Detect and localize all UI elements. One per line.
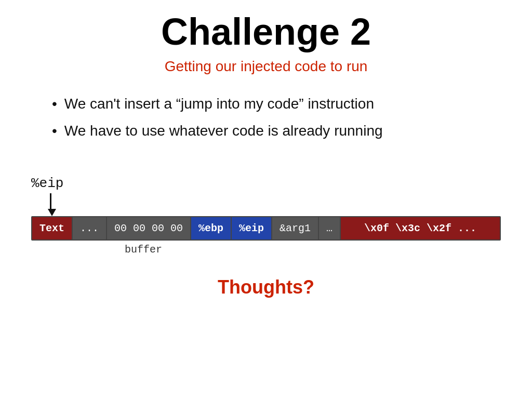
- arrow-line: [50, 193, 51, 209]
- mem-cell-text: Text: [32, 217, 73, 240]
- bullet-item-1: • We can't insert a “jump into my code” …: [52, 96, 501, 112]
- mem-cell-ebp: %ebp: [191, 217, 232, 240]
- slide-title: Challenge 2: [31, 10, 501, 53]
- bullet-item-2: • We have to use whatever code is alread…: [52, 123, 501, 139]
- mem-cell-dots: ...: [73, 217, 107, 240]
- mem-cell-zeros: 00 00 00 00: [107, 217, 191, 240]
- bullet-text-1: We can't insert a “jump into my code” in…: [64, 96, 374, 112]
- bullet-dot-1: •: [52, 96, 57, 112]
- arrow-head: [48, 209, 56, 216]
- memory-section: %eip Text ... 00 00 00 00 %ebp %eip &arg…: [31, 176, 501, 256]
- slide-subtitle: Getting our injected code to run: [31, 58, 501, 75]
- mem-cell-eip: %eip: [232, 217, 272, 240]
- eip-register-label: %eip: [31, 176, 501, 191]
- memory-row: Text ... 00 00 00 00 %ebp %eip &arg1 … \…: [31, 216, 501, 241]
- mem-cell-shellcode: \x0f \x3c \x2f ...: [341, 217, 500, 240]
- bullet-text-2: We have to use whatever code is already …: [64, 123, 383, 139]
- mem-cell-arg1: &arg1: [272, 217, 319, 240]
- mem-cell-ellipsis: …: [319, 217, 341, 240]
- slide-container: Challenge 2 Getting our injected code to…: [0, 0, 532, 399]
- bullet-dot-2: •: [52, 123, 57, 139]
- buffer-label: buffer: [125, 244, 501, 256]
- bullet-list: • We can't insert a “jump into my code” …: [31, 96, 501, 150]
- thoughts-label: Thoughts?: [31, 276, 501, 298]
- arrow-indicator: [48, 193, 501, 216]
